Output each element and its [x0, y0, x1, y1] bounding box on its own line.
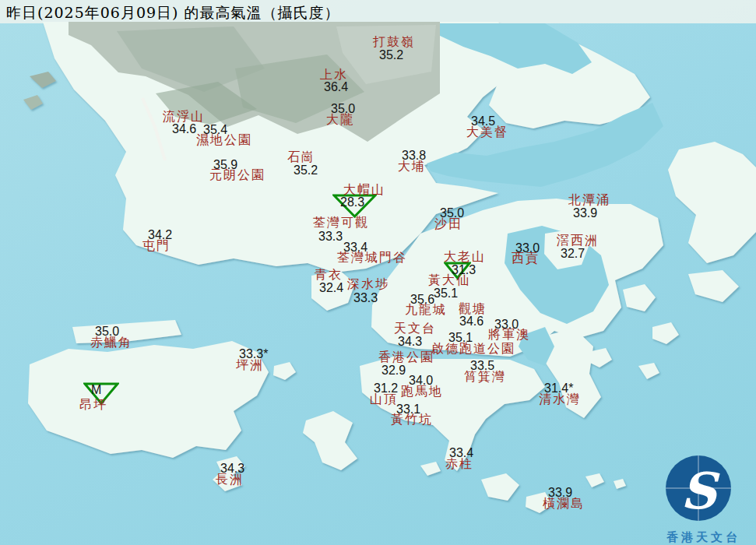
station-value: 34.6: [459, 315, 483, 327]
station-value: 33.9: [548, 487, 572, 498]
station-value: 33.4: [449, 447, 473, 459]
station-name: 沙田: [434, 218, 462, 230]
station-name: 赤鱲角: [90, 336, 132, 349]
hko-logo: S 香港天文台 HONG KONG OBSERVATORY: [651, 452, 756, 543]
station-name: 觀塘: [459, 303, 487, 315]
station-value: 32.7: [561, 248, 585, 259]
station-name: 香港公園: [378, 351, 434, 364]
station-value: 35.0: [440, 207, 464, 219]
station-name: 赤柱: [445, 458, 473, 470]
station-name: 大埔: [398, 160, 426, 173]
station-value: 34.6: [172, 123, 196, 135]
station-value: 35.0: [331, 103, 355, 114]
station-value: 33.8: [402, 149, 426, 161]
station-name: 筲箕灣: [464, 371, 506, 383]
station-value: 35.1: [434, 287, 458, 299]
station-name: 流浮山: [163, 111, 205, 123]
station-value: 35.0: [95, 325, 119, 337]
station-name: 長洲: [216, 473, 244, 486]
station-name: 上水: [320, 69, 348, 81]
station-value: 31.2: [374, 382, 398, 394]
max-temperature-map: 昨日(2025年06月09日) 的最高氣溫（攝氏度） 35.2打鼓嶺36.4上水…: [0, 0, 756, 545]
station-value: 33.0: [494, 318, 519, 330]
station-value: 33.3*: [239, 348, 268, 360]
station-value: 33.0: [515, 242, 540, 254]
svg-text:S: S: [680, 462, 720, 520]
station-value: 34.0: [409, 374, 433, 386]
station-name: 屯門: [142, 240, 171, 252]
hko-logo-icon: S: [651, 452, 756, 526]
station-value: 34.3: [398, 336, 422, 347]
station-value: 32.9: [382, 364, 406, 376]
station-value: 32.4: [319, 282, 343, 294]
station-name: 大帽山: [343, 184, 385, 196]
station-name: 昂坪: [79, 399, 107, 411]
station-name: 滘西洲: [557, 234, 599, 247]
station-value: 28.3: [340, 196, 364, 208]
station-value: 33.5: [470, 360, 494, 371]
station-value: 33.3: [318, 230, 343, 242]
station-name: 大隴: [326, 114, 354, 126]
station-value: 33.4: [343, 241, 367, 253]
station-name: 大老山: [444, 251, 486, 263]
station-value: 36.4: [324, 81, 348, 93]
station-value: 35.4: [203, 124, 227, 135]
station-value: 31.3: [452, 264, 476, 276]
station-value: 34.5: [471, 115, 495, 127]
station-value: 34.3: [220, 462, 244, 474]
station-value: 35.2: [294, 164, 318, 176]
station-name: 啟德跑道公園: [431, 343, 515, 355]
station-name: 大美督: [466, 126, 508, 139]
station-name: 清水灣: [539, 393, 581, 406]
station-name: 石崗: [287, 151, 315, 164]
station-name: 天文台: [394, 322, 436, 335]
station-name: 山頂: [370, 393, 398, 406]
hko-logo-chinese: 香港天文台: [651, 530, 756, 545]
station-value: 33.1: [396, 403, 420, 415]
station-value: 34.2: [148, 229, 172, 241]
station-value: M: [91, 384, 101, 396]
station-value: 31.4*: [544, 382, 573, 394]
station-value: 35.1: [448, 332, 473, 343]
station-name: 橫瀾島: [543, 498, 585, 510]
station-name: 荃灣可觀: [313, 216, 369, 229]
station-name: 跑馬地: [401, 385, 443, 398]
station-name: 打鼓嶺: [373, 36, 415, 48]
station-value: 35.6: [410, 294, 434, 305]
station-value: 35.2: [379, 49, 403, 61]
station-value: 35.9: [213, 159, 237, 171]
station-name: 北潭涌: [568, 194, 610, 206]
station-name: 青衣: [315, 269, 343, 281]
hong-kong-map: [0, 0, 756, 545]
page-title: 昨日(2025年06月09日) 的最高氣溫（攝氏度）: [6, 3, 340, 23]
station-name: 坪洲: [236, 359, 264, 371]
station-name: 深水埗: [347, 278, 389, 290]
station-value: 33.3: [353, 292, 378, 304]
station-value: 33.9: [573, 207, 597, 219]
